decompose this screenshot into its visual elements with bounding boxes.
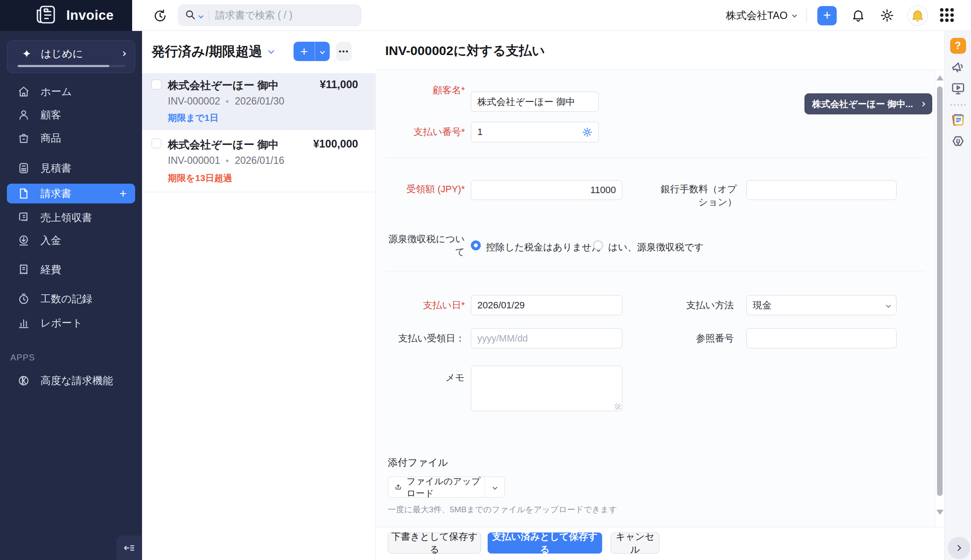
new-invoice-plus-icon[interactable]: + (120, 187, 127, 200)
invoice-amount: ¥100,000 (313, 138, 358, 150)
payment-method-select[interactable]: 現金 (746, 295, 897, 315)
new-invoice-split-button[interactable]: + (294, 42, 330, 61)
getting-started-progress (18, 65, 125, 67)
topbar-right-cluster: 株式会社TAO + (726, 0, 971, 31)
calculator-icon (17, 162, 30, 175)
scrollbar-thumb[interactable] (937, 86, 943, 496)
timer-icon (17, 292, 30, 305)
filter-chevron-icon (268, 48, 274, 54)
amount-received-input[interactable] (471, 180, 622, 200)
sidebar-item-customers[interactable]: 顧客 (7, 105, 135, 125)
customer-name-input[interactable] (471, 92, 599, 112)
sidebar: ✦ はじめに ホーム 顧客 商品 (0, 31, 142, 560)
sidebar-item-label: 入金 (40, 234, 61, 247)
page-title: INV-000002に対する支払い (385, 42, 545, 60)
withholding-tax-label: 源泉徴収税について (383, 233, 465, 258)
customer-context-button[interactable]: 株式会社ぞーほー 御中... (804, 93, 932, 114)
invoice-row-2[interactable]: 株式会社ぞーほー 御中 ¥100,000 INV-000001 2026/01/… (142, 130, 376, 192)
recent-history-icon[interactable] (152, 7, 169, 25)
bar-chart-icon (17, 317, 30, 329)
receipt-icon (17, 211, 30, 224)
textarea-resize-handle[interactable] (615, 403, 621, 409)
settings-gear-icon[interactable] (880, 8, 894, 23)
invoice-number: INV-000002 (168, 95, 220, 107)
app-title: Invoice (66, 8, 114, 23)
org-switcher[interactable]: 株式会社TAO (726, 9, 796, 22)
user-avatar[interactable] (907, 5, 928, 26)
reference-number-input[interactable] (746, 328, 897, 348)
expand-panel-button[interactable] (948, 537, 970, 559)
invoice-amount: ¥11,000 (320, 78, 358, 91)
customer-name-label: 顧客名* (376, 84, 465, 97)
sidebar-item-estimates[interactable]: 見積書 (7, 158, 135, 178)
form-scrollbar[interactable] (935, 70, 944, 527)
sidebar-item-label: 請求書 (40, 187, 71, 200)
tax-radio-yes[interactable] (593, 240, 603, 250)
invoice-meta: INV-000001 2026/01/16 (168, 155, 284, 166)
invoice-number: INV-000001 (168, 155, 220, 166)
upload-button-label: ファイルのアップロード (406, 475, 485, 499)
getting-started-card[interactable]: ✦ はじめに (7, 40, 135, 73)
payment-number-label: 支払い番号* (376, 126, 465, 138)
tax-option-none-label[interactable]: 控除した税金はありません (486, 241, 601, 254)
invoice-list-panel: 発行済み/期限超過 + ••• 株式会社ぞーほー 御中 ¥11,000 INV-… (142, 31, 376, 560)
search-divider (209, 9, 209, 22)
file-upload-button[interactable]: ファイルのアップロード (388, 477, 505, 498)
search-scope-chevron-icon[interactable] (198, 13, 203, 18)
whats-new-docs-icon[interactable] (950, 112, 966, 130)
row-checkbox[interactable] (152, 138, 161, 148)
invoice-meta: INV-000002 2026/01/30 (168, 95, 284, 107)
scroll-up-arrow[interactable] (937, 75, 943, 80)
bag-icon (17, 132, 30, 145)
payment-method-label: 支払い方法 (658, 299, 734, 312)
invoice-doc-icon (17, 187, 30, 200)
sidebar-item-time-tracking[interactable]: 工数の記録 (7, 289, 135, 309)
list-filter-dropdown[interactable]: 発行済み/期限超過 (152, 43, 273, 61)
sidebar-item-reports[interactable]: レポート (7, 313, 135, 333)
sidebar-item-expenses[interactable]: 経費 (7, 260, 135, 280)
payment-date-input[interactable] (471, 295, 622, 315)
sidebar-item-label: 工数の記録 (40, 292, 93, 306)
notifications-bell-icon[interactable] (851, 8, 866, 23)
list-more-button[interactable]: ••• (336, 42, 352, 61)
sidebar-item-sales-receipts[interactable]: 売上領収書 (7, 208, 135, 228)
invoice-date: 2026/01/30 (235, 95, 284, 107)
save-draft-button[interactable]: 下書きとして保存する (388, 532, 481, 554)
global-search-input[interactable]: 請求書で検索 ( / ) (178, 4, 362, 26)
sidebar-collapse-button[interactable] (116, 535, 142, 560)
app-grid-icon[interactable] (940, 8, 955, 23)
tax-option-yes-label[interactable]: はい、源泉徴収税です (608, 241, 704, 254)
sphere-icon (17, 374, 30, 387)
announcements-megaphone-icon[interactable] (950, 59, 966, 77)
row-checkbox[interactable] (152, 80, 161, 89)
payment-number-input[interactable] (471, 122, 599, 142)
sidebar-item-home[interactable]: ホーム (7, 82, 135, 102)
notes-textarea[interactable] (471, 366, 622, 411)
invoice-row-1[interactable]: 株式会社ぞーほー 御中 ¥11,000 INV-000002 2026/01/3… (142, 73, 376, 130)
sidebar-item-items[interactable]: 商品 (7, 128, 135, 148)
divider (385, 157, 925, 158)
sidebar-item-label: 商品 (40, 131, 61, 145)
save-as-paid-button[interactable]: 支払い済みとして保存する (488, 532, 602, 554)
sidebar-item-advanced-invoicing[interactable]: 高度な請求機能 (7, 371, 135, 391)
integrations-plug-icon[interactable] (950, 133, 966, 151)
invoice-app-logo-icon (34, 5, 57, 26)
video-tutorials-icon[interactable] (950, 81, 966, 98)
sidebar-item-payments-received[interactable]: 入金 (7, 231, 135, 250)
upload-options-chevron[interactable] (485, 477, 504, 497)
tax-radio-none[interactable] (471, 240, 481, 250)
strip-divider-dots (950, 104, 966, 106)
new-invoice-dropdown[interactable] (315, 42, 330, 61)
notes-label: メモ (376, 371, 465, 384)
bank-charges-input[interactable] (746, 180, 897, 200)
bank-charges-label: 銀行手数料（オプション） (658, 183, 737, 209)
scroll-down-arrow[interactable] (937, 510, 943, 515)
sidebar-item-invoices[interactable]: 請求書 + (7, 184, 135, 203)
quick-create-button[interactable]: + (817, 6, 837, 25)
payment-number-settings-gear-icon[interactable] (581, 126, 593, 140)
received-date-input[interactable] (471, 328, 622, 348)
cancel-button[interactable]: キャンセル (611, 532, 659, 554)
topbar-divider (807, 9, 807, 22)
help-button[interactable]: ? (950, 38, 966, 54)
new-invoice-plus[interactable]: + (294, 42, 315, 61)
